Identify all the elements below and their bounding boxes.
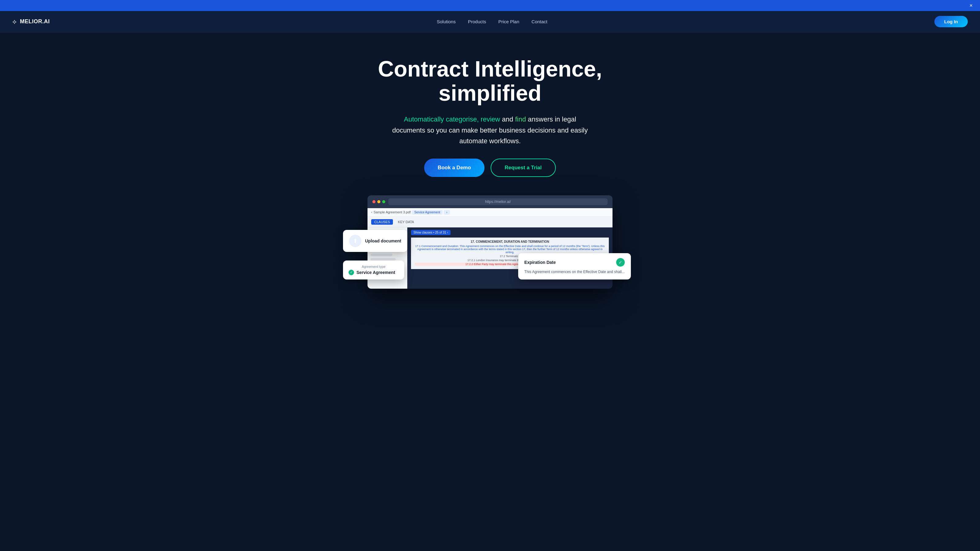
nav-links: Solutions Products Price Plan Contact [437, 19, 547, 24]
breadcrumb-arrow: ‹ [371, 210, 372, 214]
browser-mockup-container: https://melior.ai/ ‹ Sample Agreement 3.… [368, 195, 612, 289]
top-banner: × [0, 0, 980, 11]
sidebar-line-5 [371, 254, 392, 256]
toolbar-row: Show clauses • 25 of 31 › [411, 230, 609, 235]
request-trial-button[interactable]: Request a Trial [491, 159, 556, 177]
nav-link-price-plan[interactable]: Price Plan [498, 19, 519, 24]
logo-text: MELIOR.AI [20, 18, 50, 25]
agreement-check-icon: ✓ [348, 270, 354, 275]
floating-upload-card: ⬆ Upload document [343, 230, 407, 252]
expiry-check-icon: ✓ [616, 258, 625, 267]
nav-link-contact[interactable]: Contact [531, 19, 547, 24]
floating-agreement-card: Agreement type ✓ Service Agreement [343, 260, 404, 279]
hero-subtitle: Automatically categorise, review and fin… [389, 114, 591, 146]
breadcrumb-filename: Sample Agreement 3.pdf [374, 210, 411, 214]
section-heading-17: 17. COMMENCEMENT, DURATION AND TERMINATI… [415, 240, 605, 243]
toolbar-show-clauses[interactable]: Show clauses • 25 of 31 › [411, 230, 450, 235]
upload-arrow-icon: ⬆ [353, 238, 358, 244]
upload-label: Upload document [365, 238, 401, 243]
cta-buttons: Book a Demo Request a Trial [12, 159, 968, 177]
expiry-header: Expiration Date ✓ [524, 258, 625, 267]
upload-icon: ⬆ [349, 235, 361, 247]
expiry-title: Expiration Date [524, 260, 556, 265]
browser-url: https://melior.ai/ [388, 198, 608, 205]
dot-red [372, 200, 375, 203]
hero-subtitle-find: find [515, 115, 526, 123]
expiry-text: This Agreement commences on the Effectiv… [524, 269, 625, 275]
logo-icon: ⟡ [12, 18, 17, 26]
agreement-type-label: Agreement type [348, 265, 399, 268]
hero-title: Contract Intelligence, simplified [352, 57, 628, 105]
dot-green [382, 200, 385, 203]
nav-link-products[interactable]: Products [468, 19, 486, 24]
sidebar-line-6 [371, 258, 396, 260]
doc-tag-chevron: › [444, 210, 450, 214]
hero-subtitle-highlight-teal: Automatically categorise, review [404, 115, 500, 123]
nav-link-solutions[interactable]: Solutions [437, 19, 456, 24]
clause-171: 17.1 Commencement and Duration: This Agr… [415, 245, 605, 254]
book-demo-button[interactable]: Book a Demo [424, 159, 485, 177]
browser-dots [372, 200, 385, 203]
logo-area: ⟡ MELIOR.AI [12, 18, 50, 26]
breadcrumb-bar: ‹ Sample Agreement 3.pdf Service Agreeme… [368, 208, 612, 217]
login-button[interactable]: Log In [934, 16, 968, 27]
hero-section: Contract Intelligence, simplified Automa… [0, 32, 980, 307]
browser-tabs: CLAUSES KEY DATA [368, 217, 612, 227]
floating-expiry-card: Expiration Date ✓ This Agreement commenc… [518, 253, 631, 279]
tab-key-data[interactable]: KEY DATA [395, 219, 417, 225]
tab-clauses[interactable]: CLAUSES [371, 219, 393, 225]
navbar: ⟡ MELIOR.AI Solutions Products Price Pla… [0, 11, 980, 32]
hero-subtitle-and: and [502, 115, 515, 123]
agreement-row: ✓ Service Agreement [348, 270, 399, 275]
doc-tag: Service Agreement [412, 210, 443, 214]
agreement-value: Service Agreement [356, 270, 395, 275]
browser-bar: https://melior.ai/ [368, 195, 612, 208]
dot-yellow [377, 200, 380, 203]
close-banner-button[interactable]: × [969, 3, 973, 8]
